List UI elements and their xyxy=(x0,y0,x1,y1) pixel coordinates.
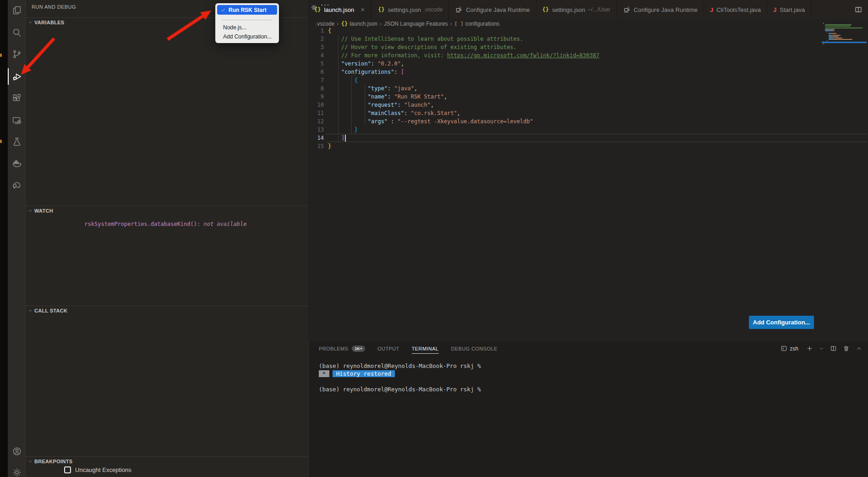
activity-bar-item-explorer[interactable] xyxy=(8,0,26,21)
activity-bar-item-search[interactable] xyxy=(8,22,26,43)
activity-bar-item-source-control[interactable] xyxy=(8,44,26,65)
code-token: "type" xyxy=(368,85,388,92)
add-configuration-button[interactable]: Add Configuration... xyxy=(749,316,814,329)
tab-file-icon: {} xyxy=(542,6,549,13)
panel-tab-terminal[interactable]: TERMINAL xyxy=(412,346,439,354)
breadcrumb-item--vscode[interactable]: .vscode xyxy=(316,21,334,27)
breadcrumb-item-configurations[interactable]: [ ]configurations xyxy=(454,21,500,27)
tab-file-icon xyxy=(623,6,631,14)
terminal-profile-dropdown[interactable] xyxy=(819,346,824,351)
tab-detail: ~/.../User xyxy=(588,6,611,13)
close-icon[interactable] xyxy=(360,7,366,12)
terminal-output[interactable]: (base) reynoldmorel@Reynolds-MacBook-Pro… xyxy=(319,362,481,393)
code-token: : xyxy=(371,60,377,67)
activity-bar-item-remote-explorer[interactable] xyxy=(8,110,26,131)
code-token: "request" xyxy=(368,102,398,108)
menu-item-nodejs[interactable]: Node.js... xyxy=(223,24,246,31)
editor-tab-settings-json[interactable]: {}settings.json~/.../User xyxy=(536,0,617,19)
activity-bar-item-manage[interactable] xyxy=(8,462,26,477)
section-label: WATCH xyxy=(34,208,53,214)
activity-bar-item-accounts[interactable] xyxy=(8,441,26,462)
line-number: 13 xyxy=(308,126,324,134)
new-terminal-button[interactable] xyxy=(806,345,813,352)
panel-tab-label: OUTPUT xyxy=(377,346,399,351)
activity-bar-item-gradle[interactable] xyxy=(8,175,26,196)
minimap-line xyxy=(832,35,840,36)
kill-terminal-button[interactable] xyxy=(843,345,850,352)
activity-bar-item-extensions[interactable] xyxy=(8,88,26,109)
editor-tab-configure-java-runtime[interactable]: Configure Java Runtime xyxy=(617,0,704,19)
chevron-down-icon xyxy=(27,308,33,313)
activity-bar-item-run-and-debug[interactable] xyxy=(8,66,26,87)
plus-icon xyxy=(806,345,813,352)
panel-tab-debug-console[interactable]: DEBUG CONSOLE xyxy=(451,346,497,353)
json-file-icon: {} xyxy=(341,21,348,27)
activity-bar-item-testing[interactable] xyxy=(8,132,26,153)
code-line-5: "version": "0.2.0", xyxy=(328,60,868,68)
terminal-line: (base) reynoldmorel@Reynolds-MacBook-Pro… xyxy=(319,362,481,370)
code-line-3: // Hover to view descriptions of existin… xyxy=(328,43,868,51)
code-link[interactable]: https://go.microsoft.com/fwlink/?linkid=… xyxy=(447,52,599,59)
remote-explorer-icon xyxy=(11,115,22,126)
line-number: 15 xyxy=(308,142,324,150)
panel-tab-label: PROBLEMS xyxy=(319,346,348,351)
breadcrumb-separator: › xyxy=(380,20,382,27)
split-editor-button[interactable] xyxy=(854,0,868,19)
code-token: , xyxy=(431,102,434,108)
maximize-panel-button[interactable] xyxy=(856,345,863,352)
menu-item-run-rsk-start[interactable]: Run RSK Start xyxy=(217,5,277,15)
panel-tab-label: DEBUG CONSOLE xyxy=(451,346,497,351)
tab-detail: .vscode xyxy=(424,6,442,13)
uncaught-exceptions-checkbox[interactable] xyxy=(64,466,71,473)
docker-icon xyxy=(11,158,22,169)
section-header-breakpoints[interactable]: BREAKPOINTS xyxy=(26,456,308,466)
minimap-line xyxy=(830,29,834,30)
minimap-line xyxy=(835,33,836,34)
terminal-line xyxy=(319,378,481,385)
code-line-15: } xyxy=(328,142,868,150)
tab-file-icon: J xyxy=(710,6,713,13)
code-token: [ xyxy=(401,69,404,75)
terminal-text: (base) reynoldmorel@Reynolds-MacBook-Pro… xyxy=(319,386,481,393)
line-number: 8 xyxy=(308,84,324,93)
section-header-watch[interactable]: WATCH xyxy=(26,206,308,215)
line-number: 5 xyxy=(308,60,324,68)
breadcrumb-item-launch-json[interactable]: {}launch.json xyxy=(341,21,377,27)
activity-bar-item-docker[interactable] xyxy=(8,153,26,174)
terminal-instance-zsh[interactable]: zsh xyxy=(781,345,798,352)
section-header-call-stack[interactable]: CALL STACK xyxy=(26,306,308,315)
minimap[interactable] xyxy=(822,21,867,49)
watch-expression[interactable]: rskSystemProperties.databaseKind(): not … xyxy=(65,214,246,234)
code-token: , xyxy=(444,93,447,100)
panel-tab-output[interactable]: OUTPUT xyxy=(377,346,399,353)
tab-label: Configure Java Runtime xyxy=(466,6,530,13)
breadcrumb-item-json-language-features[interactable]: JSON Language Features xyxy=(384,21,448,27)
breakpoint-item[interactable]: Uncaught Exceptions xyxy=(64,466,131,473)
editor-tab-settings-json[interactable]: {}settings.json.vscode xyxy=(372,0,449,19)
line-number: 9 xyxy=(308,93,324,101)
code-line-14: ] xyxy=(328,134,868,142)
line-number: 1 xyxy=(308,27,324,35)
panel-tab-problems[interactable]: PROBLEMS1K+ xyxy=(319,345,365,354)
code-token: , xyxy=(401,60,404,67)
chevron-down-icon xyxy=(27,459,33,464)
code-line-7: { xyxy=(328,76,868,84)
editor-tab-configure-java-runtime[interactable]: Configure Java Runtime xyxy=(449,0,536,19)
chevron-down-icon xyxy=(27,208,33,214)
code-token: } xyxy=(328,143,331,149)
menu-item-add-configuration[interactable]: Add Configuration... xyxy=(223,33,272,40)
terminal-icon xyxy=(781,345,787,352)
minimap-line xyxy=(838,36,839,37)
code-token: "launch" xyxy=(404,102,431,108)
editor-tab-clitoolstest-java[interactable]: JCliToolsTest.java xyxy=(704,0,767,19)
extensions-icon xyxy=(11,93,22,104)
split-terminal-button[interactable] xyxy=(830,345,837,352)
code-line-12: "args" : "--regtest -Xkeyvalue.datasourc… xyxy=(328,117,868,126)
debug-views-more-actions-icon[interactable]: ··· xyxy=(321,0,330,10)
editor-tab-start-java[interactable]: JStart.java xyxy=(767,0,811,19)
open-launch-json-gear-icon[interactable] xyxy=(310,4,318,11)
code-editor[interactable]: 1{2// Use IntelliSense to learn about po… xyxy=(308,27,868,341)
breadcrumb-label: configurations xyxy=(465,21,500,27)
check-icon xyxy=(220,7,226,13)
java-file-icon: J xyxy=(773,6,776,13)
